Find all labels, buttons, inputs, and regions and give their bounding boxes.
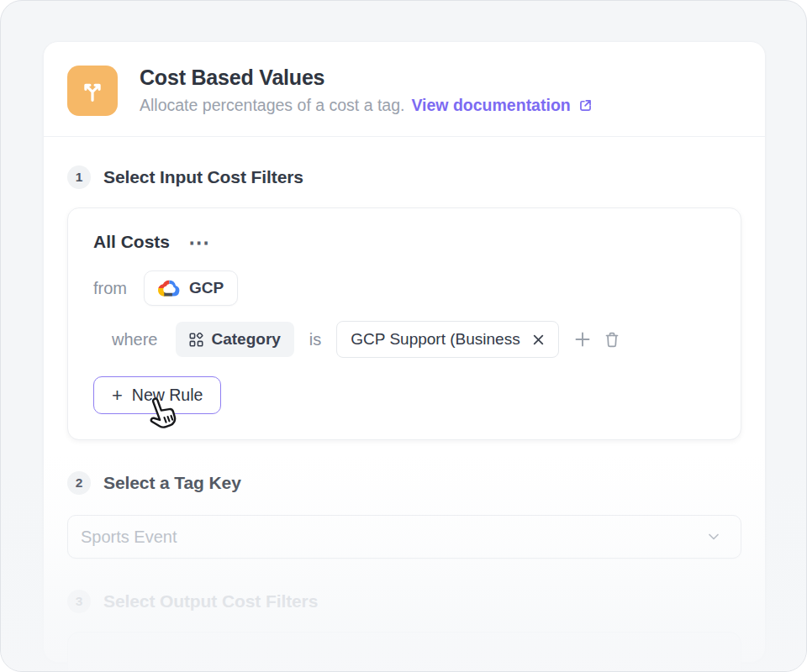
tag-key-selected-value: Sports Event xyxy=(81,528,177,547)
output-cost-filter-card-faded xyxy=(67,632,741,672)
step-2-badge: 2 xyxy=(67,471,91,495)
step-1-header: 1 Select Input Cost Filters xyxy=(67,165,741,189)
view-documentation-link[interactable]: View documentation xyxy=(411,96,593,115)
cost-based-values-panel: Cost Based Values Allocate percentages o… xyxy=(0,0,807,672)
step-1-badge: 1 xyxy=(67,165,91,189)
page-title: Cost Based Values xyxy=(140,66,593,90)
chevron-down-icon xyxy=(705,528,722,545)
split-arrows-icon xyxy=(67,66,118,116)
plus-icon xyxy=(574,331,591,348)
value-chip-label: GCP Support (Business xyxy=(351,330,520,349)
header-text: Cost Based Values Allocate percentages o… xyxy=(140,66,593,115)
plus-glyph: + xyxy=(112,387,123,404)
filter-menu-button[interactable]: ⋯ xyxy=(188,237,211,247)
where-label: where xyxy=(112,330,157,349)
input-cost-filter-card: All Costs ⋯ from xyxy=(67,207,741,440)
step-3-title: Select Output Cost Filters xyxy=(103,591,318,612)
provider-chip-label: GCP xyxy=(189,279,224,297)
category-grid-icon xyxy=(189,333,203,347)
step-1-title: Select Input Cost Filters xyxy=(103,167,303,187)
value-chip[interactable]: GCP Support (Business xyxy=(336,321,558,358)
step-3-header: 3 Select Output Cost Filters xyxy=(67,590,741,613)
step-2-title: Select a Tag Key xyxy=(103,473,241,493)
operator-label: is xyxy=(309,330,321,349)
step-2-header: 2 Select a Tag Key xyxy=(67,471,741,495)
field-chip-label: Category xyxy=(211,330,280,349)
new-rule-button[interactable]: + New Rule xyxy=(93,376,221,414)
provider-chip[interactable]: GCP xyxy=(144,270,238,306)
delete-rule-button[interactable] xyxy=(604,331,620,349)
trash-icon xyxy=(604,331,620,349)
gcp-logo-icon xyxy=(158,279,181,297)
tag-key-select[interactable]: Sports Event xyxy=(67,515,741,559)
add-filter-button[interactable] xyxy=(574,331,591,348)
filter-group-title: All Costs xyxy=(93,232,170,252)
field-chip[interactable]: Category xyxy=(176,322,293,357)
external-link-icon xyxy=(578,97,593,113)
close-icon xyxy=(532,333,545,346)
from-label: from xyxy=(93,279,127,298)
header: Cost Based Values Allocate percentages o… xyxy=(44,42,765,137)
remove-value-button[interactable] xyxy=(532,333,545,346)
page-subtitle: Allocate percentages of a cost a tag. xyxy=(140,96,404,115)
main-card: Cost Based Values Allocate percentages o… xyxy=(43,41,766,663)
step-3-badge: 3 xyxy=(67,590,91,613)
